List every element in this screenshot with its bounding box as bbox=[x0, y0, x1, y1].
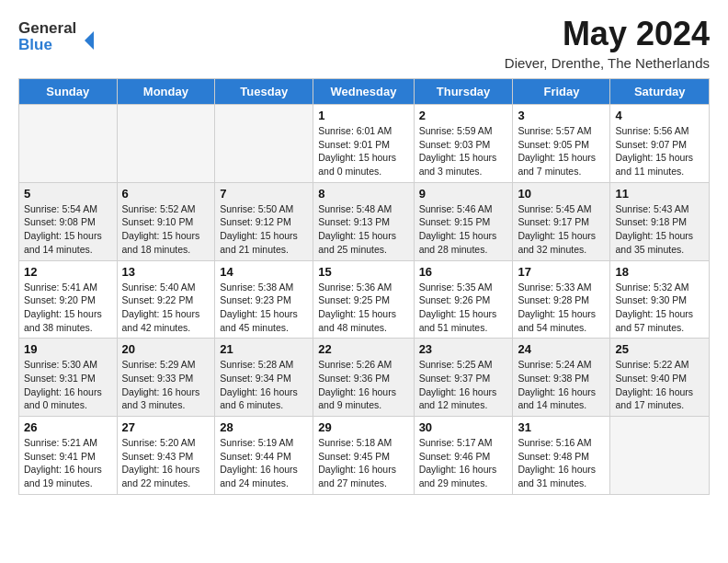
calendar-week-row: 5Sunrise: 5:54 AM Sunset: 9:08 PM Daylig… bbox=[19, 182, 710, 260]
table-row bbox=[215, 105, 313, 183]
table-row: 19Sunrise: 5:30 AM Sunset: 9:31 PM Dayli… bbox=[19, 339, 118, 417]
month-year: May 2024 bbox=[505, 15, 710, 53]
day-info: Sunrise: 5:48 AM Sunset: 9:13 PM Dayligh… bbox=[318, 202, 408, 257]
day-info: Sunrise: 5:59 AM Sunset: 9:03 PM Dayligh… bbox=[419, 124, 508, 178]
day-info: Sunrise: 6:01 AM Sunset: 9:01 PM Dayligh… bbox=[318, 124, 408, 178]
day-number: 19 bbox=[24, 342, 112, 356]
day-number: 21 bbox=[220, 342, 308, 356]
day-number: 20 bbox=[122, 342, 210, 356]
col-saturday: Saturday bbox=[610, 79, 710, 105]
day-info: Sunrise: 5:25 AM Sunset: 9:37 PM Dayligh… bbox=[419, 358, 508, 412]
page: General Blue May 2024 Diever, Drenthe, T… bbox=[0, 0, 728, 513]
day-info: Sunrise: 5:30 AM Sunset: 9:31 PM Dayligh… bbox=[24, 358, 112, 412]
table-row: 24Sunrise: 5:24 AM Sunset: 9:38 PM Dayli… bbox=[513, 339, 610, 417]
day-info: Sunrise: 5:36 AM Sunset: 9:25 PM Dayligh… bbox=[318, 281, 408, 335]
day-info: Sunrise: 5:24 AM Sunset: 9:38 PM Dayligh… bbox=[518, 358, 605, 412]
day-number: 15 bbox=[318, 265, 408, 279]
day-info: Sunrise: 5:54 AM Sunset: 9:08 PM Dayligh… bbox=[24, 202, 112, 257]
table-row: 14Sunrise: 5:38 AM Sunset: 9:23 PM Dayli… bbox=[215, 260, 313, 339]
day-number: 2 bbox=[419, 109, 508, 122]
day-info: Sunrise: 5:19 AM Sunset: 9:44 PM Dayligh… bbox=[220, 436, 308, 490]
day-info: Sunrise: 5:56 AM Sunset: 9:07 PM Dayligh… bbox=[615, 124, 704, 178]
day-number: 22 bbox=[318, 342, 408, 356]
day-info: Sunrise: 5:33 AM Sunset: 9:28 PM Dayligh… bbox=[518, 281, 605, 335]
table-row bbox=[610, 417, 710, 495]
logo: General Blue bbox=[18, 15, 101, 55]
day-info: Sunrise: 5:45 AM Sunset: 9:17 PM Dayligh… bbox=[518, 202, 605, 257]
logo-icon: General Blue bbox=[18, 15, 101, 55]
table-row: 12Sunrise: 5:41 AM Sunset: 9:20 PM Dayli… bbox=[19, 260, 118, 339]
table-row: 4Sunrise: 5:56 AM Sunset: 9:07 PM Daylig… bbox=[610, 105, 710, 183]
table-row: 23Sunrise: 5:25 AM Sunset: 9:37 PM Dayli… bbox=[414, 339, 513, 417]
calendar-week-row: 12Sunrise: 5:41 AM Sunset: 9:20 PM Dayli… bbox=[19, 260, 710, 339]
svg-text:Blue: Blue bbox=[18, 36, 52, 53]
day-info: Sunrise: 5:52 AM Sunset: 9:10 PM Dayligh… bbox=[122, 202, 210, 257]
day-number: 7 bbox=[220, 187, 308, 201]
svg-text:General: General bbox=[18, 19, 76, 37]
title-block: May 2024 Diever, Drenthe, The Netherland… bbox=[505, 15, 710, 71]
day-number: 4 bbox=[615, 109, 704, 122]
table-row: 2Sunrise: 5:59 AM Sunset: 9:03 PM Daylig… bbox=[414, 105, 513, 183]
table-row: 15Sunrise: 5:36 AM Sunset: 9:25 PM Dayli… bbox=[313, 260, 414, 339]
table-row: 22Sunrise: 5:26 AM Sunset: 9:36 PM Dayli… bbox=[313, 339, 414, 417]
calendar-header-row: Sunday Monday Tuesday Wednesday Thursday… bbox=[19, 79, 710, 105]
day-info: Sunrise: 5:21 AM Sunset: 9:41 PM Dayligh… bbox=[24, 436, 112, 490]
day-number: 24 bbox=[518, 342, 605, 356]
day-number: 9 bbox=[419, 187, 508, 201]
table-row: 26Sunrise: 5:21 AM Sunset: 9:41 PM Dayli… bbox=[19, 417, 118, 495]
day-number: 23 bbox=[419, 342, 508, 356]
day-info: Sunrise: 5:32 AM Sunset: 9:30 PM Dayligh… bbox=[615, 281, 704, 335]
day-info: Sunrise: 5:18 AM Sunset: 9:45 PM Dayligh… bbox=[318, 436, 408, 490]
day-number: 8 bbox=[318, 187, 408, 201]
svg-marker-2 bbox=[85, 31, 94, 50]
day-info: Sunrise: 5:46 AM Sunset: 9:15 PM Dayligh… bbox=[419, 202, 508, 257]
day-info: Sunrise: 5:43 AM Sunset: 9:18 PM Dayligh… bbox=[615, 202, 704, 257]
table-row: 7Sunrise: 5:50 AM Sunset: 9:12 PM Daylig… bbox=[215, 182, 313, 260]
day-number: 3 bbox=[518, 109, 605, 122]
table-row: 10Sunrise: 5:45 AM Sunset: 9:17 PM Dayli… bbox=[513, 182, 610, 260]
table-row: 28Sunrise: 5:19 AM Sunset: 9:44 PM Dayli… bbox=[215, 417, 313, 495]
day-number: 11 bbox=[615, 187, 704, 201]
calendar-week-row: 19Sunrise: 5:30 AM Sunset: 9:31 PM Dayli… bbox=[19, 339, 710, 417]
col-tuesday: Tuesday bbox=[215, 79, 313, 105]
table-row: 31Sunrise: 5:16 AM Sunset: 9:48 PM Dayli… bbox=[513, 417, 610, 495]
day-number: 27 bbox=[122, 420, 210, 434]
table-row: 16Sunrise: 5:35 AM Sunset: 9:26 PM Dayli… bbox=[414, 260, 513, 339]
day-info: Sunrise: 5:35 AM Sunset: 9:26 PM Dayligh… bbox=[419, 281, 508, 335]
day-info: Sunrise: 5:28 AM Sunset: 9:34 PM Dayligh… bbox=[220, 358, 308, 412]
col-friday: Friday bbox=[513, 79, 610, 105]
col-monday: Monday bbox=[117, 79, 215, 105]
day-number: 5 bbox=[24, 187, 112, 201]
day-number: 6 bbox=[122, 187, 210, 201]
day-number: 17 bbox=[518, 265, 605, 279]
table-row: 6Sunrise: 5:52 AM Sunset: 9:10 PM Daylig… bbox=[117, 182, 215, 260]
day-info: Sunrise: 5:22 AM Sunset: 9:40 PM Dayligh… bbox=[615, 358, 704, 412]
calendar-week-row: 26Sunrise: 5:21 AM Sunset: 9:41 PM Dayli… bbox=[19, 417, 710, 495]
day-number: 14 bbox=[220, 265, 308, 279]
day-number: 18 bbox=[615, 265, 704, 279]
col-thursday: Thursday bbox=[414, 79, 513, 105]
table-row: 8Sunrise: 5:48 AM Sunset: 9:13 PM Daylig… bbox=[313, 182, 414, 260]
day-number: 16 bbox=[419, 265, 508, 279]
header: General Blue May 2024 Diever, Drenthe, T… bbox=[18, 15, 710, 71]
table-row: 25Sunrise: 5:22 AM Sunset: 9:40 PM Dayli… bbox=[610, 339, 710, 417]
day-info: Sunrise: 5:20 AM Sunset: 9:43 PM Dayligh… bbox=[122, 436, 210, 490]
table-row: 13Sunrise: 5:40 AM Sunset: 9:22 PM Dayli… bbox=[117, 260, 215, 339]
table-row: 5Sunrise: 5:54 AM Sunset: 9:08 PM Daylig… bbox=[19, 182, 118, 260]
location: Diever, Drenthe, The Netherlands bbox=[505, 55, 710, 71]
day-info: Sunrise: 5:50 AM Sunset: 9:12 PM Dayligh… bbox=[220, 202, 308, 257]
day-number: 31 bbox=[518, 420, 605, 434]
calendar-week-row: 1Sunrise: 6:01 AM Sunset: 9:01 PM Daylig… bbox=[19, 105, 710, 183]
day-number: 1 bbox=[318, 109, 408, 122]
table-row: 29Sunrise: 5:18 AM Sunset: 9:45 PM Dayli… bbox=[313, 417, 414, 495]
table-row: 17Sunrise: 5:33 AM Sunset: 9:28 PM Dayli… bbox=[513, 260, 610, 339]
table-row: 3Sunrise: 5:57 AM Sunset: 9:05 PM Daylig… bbox=[513, 105, 610, 183]
day-number: 28 bbox=[220, 420, 308, 434]
day-info: Sunrise: 5:29 AM Sunset: 9:33 PM Dayligh… bbox=[122, 358, 210, 412]
table-row: 21Sunrise: 5:28 AM Sunset: 9:34 PM Dayli… bbox=[215, 339, 313, 417]
day-info: Sunrise: 5:17 AM Sunset: 9:46 PM Dayligh… bbox=[419, 436, 508, 490]
col-wednesday: Wednesday bbox=[313, 79, 414, 105]
day-info: Sunrise: 5:40 AM Sunset: 9:22 PM Dayligh… bbox=[122, 281, 210, 335]
day-number: 30 bbox=[419, 420, 508, 434]
day-number: 12 bbox=[24, 265, 112, 279]
